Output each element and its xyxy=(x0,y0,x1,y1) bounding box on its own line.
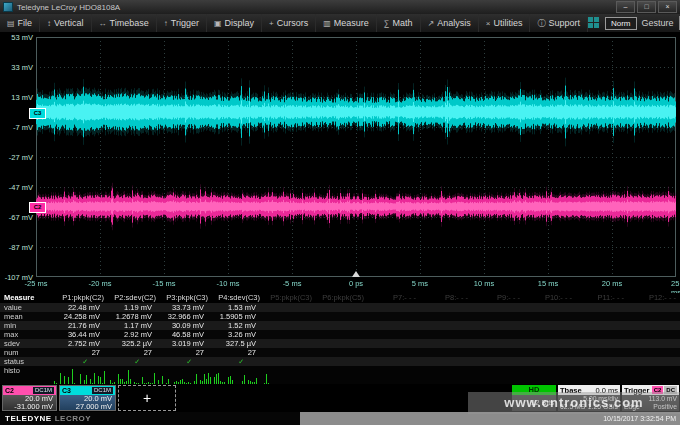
waveform-canvas[interactable] xyxy=(36,37,676,277)
measure-value: 32.966 mV xyxy=(158,312,210,321)
coupling-badge: DC1M xyxy=(33,387,54,394)
app-icon xyxy=(3,2,13,12)
measure-value xyxy=(626,321,678,330)
trigger-time-marker[interactable] xyxy=(352,271,360,277)
menu-item-label: Support xyxy=(548,18,580,28)
menu-items: ▤File↕Vertical↔Timebase↑Trigger▣Display+… xyxy=(0,14,588,32)
menu-item-trigger[interactable]: ↑Trigger xyxy=(157,14,207,32)
measure-value xyxy=(626,330,678,339)
measure-value: 27 xyxy=(158,348,210,357)
timestamp: 10/15/2017 3:32:54 PM xyxy=(603,415,676,422)
maximize-button[interactable]: □ xyxy=(637,1,656,13)
tbase-label: Tbase xyxy=(560,386,582,395)
menu-item-label: Analysis xyxy=(437,18,471,28)
brand-logo: TELEDYNELECROY xyxy=(5,414,91,423)
status-strip: 10/15/2017 3:32:54 PM xyxy=(300,412,680,425)
close-button[interactable]: × xyxy=(658,1,677,13)
menu-item-math[interactable]: ∑Math xyxy=(377,14,421,32)
menu-item-timebase[interactable]: ↔Timebase xyxy=(92,14,157,32)
measure-value: 24.258 mV xyxy=(54,312,106,321)
menu-item-vertical[interactable]: ↕Vertical xyxy=(40,14,92,32)
timebase-arrows-icon: ↔ xyxy=(99,19,107,28)
x-axis-label: 0 ps xyxy=(349,279,363,288)
measure-value: 30.09 mV xyxy=(158,321,210,330)
menu-item-label: Display xyxy=(225,18,255,28)
measure-column-header[interactable]: P7:- - - xyxy=(366,293,418,303)
footer-bar: 10/15/2017 3:32:54 PM TELEDYNELECROY xyxy=(0,412,680,425)
measure-column-header[interactable]: P9:- - - xyxy=(470,293,522,303)
channel-offset: 27.000 mV xyxy=(63,403,112,411)
measure-value xyxy=(366,312,418,321)
measure-column-header[interactable]: P8:- - - xyxy=(418,293,470,303)
measure-value xyxy=(366,348,418,357)
add-channel-button[interactable]: + xyxy=(118,385,176,411)
menu-item-display[interactable]: ▣Display xyxy=(207,14,262,32)
measure-value: 2.92 mV xyxy=(106,330,158,339)
measure-row-status: status✓✓✓✓ xyxy=(0,357,680,366)
status-check: ✓ xyxy=(106,357,158,366)
menu-item-measure[interactable]: ▥Measure xyxy=(316,14,377,32)
menu-item-analysis[interactable]: ↗Analysis xyxy=(421,14,479,32)
menu-item-label: Utilities xyxy=(493,18,522,28)
channel-box-c2[interactable]: C2DC1M20.0 mV-31.000 mV xyxy=(2,385,57,411)
measure-value xyxy=(262,330,314,339)
measure-column-header[interactable]: P11:- - - xyxy=(574,293,626,303)
gesture-button[interactable]: Gesture xyxy=(642,18,674,28)
menu-item-support[interactable]: ⓘSupport xyxy=(530,14,588,32)
measure-value xyxy=(418,348,470,357)
measure-column-header[interactable]: P6:pkpk(C5) xyxy=(314,293,366,303)
x-axis-label: 5 ms xyxy=(412,279,428,288)
status-check xyxy=(366,357,418,366)
measure-row-min: min21.76 mV1.17 mV30.09 mV1.52 mV xyxy=(0,321,680,330)
y-axis-label: 33 mV xyxy=(0,63,33,72)
minimize-button[interactable]: – xyxy=(616,1,635,13)
measure-value xyxy=(522,339,574,348)
norm-button[interactable]: Norm xyxy=(605,17,637,30)
menu-item-label: File xyxy=(18,18,33,28)
measure-value: 22.48 mV xyxy=(54,303,106,312)
measure-value xyxy=(574,312,626,321)
trigger-source-badge: C2 xyxy=(652,386,664,394)
measure-value: 27 xyxy=(106,348,158,357)
analysis-icon: ↗ xyxy=(428,19,435,28)
measure-value xyxy=(522,321,574,330)
trigger-type: Edge xyxy=(624,403,640,411)
status-check: ✓ xyxy=(158,357,210,366)
measure-column-header[interactable]: P1:pkpk(C2) xyxy=(54,293,106,303)
measure-row-sdev: sdev2.752 mV325.2 µV3.019 mV327.5 µV xyxy=(0,339,680,348)
trigger-box[interactable]: Trigger C2 DC 113.0 mV Edge Positive xyxy=(622,385,679,411)
measure-row-label: max xyxy=(0,330,54,339)
timebase-box[interactable]: Tbase 0.0 ms 5.00 ms/div 62.5 MS 1.25 GS… xyxy=(558,385,620,411)
measure-row-label: histo xyxy=(0,366,54,384)
hd-mode-box[interactable]: HD 12 Bits xyxy=(512,385,556,411)
menu-item-utilities[interactable]: ×Utilities xyxy=(479,14,531,32)
measure-column-header[interactable]: P12:- - - xyxy=(626,293,678,303)
x-axis-label: 10 ms xyxy=(474,279,494,288)
measure-row-label: mean xyxy=(0,312,54,321)
measure-value xyxy=(574,348,626,357)
measure-column-header[interactable]: P10:- - - xyxy=(522,293,574,303)
measure-column-header[interactable]: P4:sdev(C3) xyxy=(210,293,262,303)
measure-value xyxy=(522,330,574,339)
measure-value xyxy=(314,312,366,321)
menu-item-cursors[interactable]: +Cursors xyxy=(262,14,316,32)
channel-marker-c2[interactable]: C2 xyxy=(29,202,46,213)
grid-display-icon[interactable] xyxy=(588,17,600,29)
measure-value xyxy=(262,321,314,330)
measure-value: 1.5905 mV xyxy=(210,312,262,321)
measure-column-header[interactable]: P5:pkpk(C3) xyxy=(262,293,314,303)
y-axis-label: 13 mV xyxy=(0,93,33,102)
channel-box-c3[interactable]: C3DC1M20.0 mV27.000 mV xyxy=(59,385,116,411)
measure-value xyxy=(470,339,522,348)
measure-column-header[interactable]: P2:sdev(C2) xyxy=(106,293,158,303)
measure-value xyxy=(470,321,522,330)
measure-row-label: sdev xyxy=(0,339,54,348)
trigger-icon: ↑ xyxy=(164,19,168,28)
channel-marker-c3[interactable]: C3 xyxy=(29,108,46,119)
measure-column-header[interactable]: P3:pkpk(C3) xyxy=(158,293,210,303)
menu-item-file[interactable]: ▤File xyxy=(0,14,40,32)
window-title: Teledyne LeCroy HDO8108A xyxy=(17,3,120,12)
status-check xyxy=(470,357,522,366)
channel-box-values: 20.0 mV-31.000 mV xyxy=(3,395,56,410)
status-check xyxy=(626,357,678,366)
